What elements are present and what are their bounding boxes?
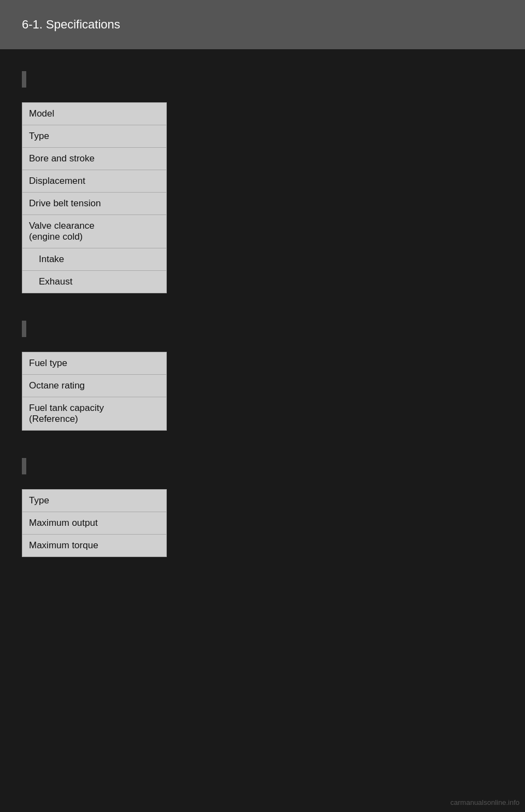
table-row: Maximum output	[22, 512, 167, 535]
engine-table: ModelTypeBore and strokeDisplacementDriv…	[22, 102, 167, 293]
table-row: Fuel tank capacity (Reference)	[22, 397, 167, 431]
main-content: ModelTypeBore and strokeDisplacementDriv…	[0, 49, 525, 606]
watermark: carmanualsonline.info	[451, 798, 520, 807]
table-row: Bore and stroke	[22, 148, 167, 170]
section-motor: TypeMaximum outputMaximum torque	[22, 458, 503, 557]
table-row: Drive belt tension	[22, 193, 167, 215]
section-indicator-1	[22, 71, 26, 88]
table-row: Intake	[22, 248, 167, 271]
table-row: Type	[22, 490, 167, 512]
section-engine: ModelTypeBore and strokeDisplacementDriv…	[22, 71, 503, 293]
table-row: Valve clearance (engine cold)	[22, 215, 167, 248]
table-row: Exhaust	[22, 271, 167, 293]
table-row: Fuel type	[22, 352, 167, 375]
table-row: Type	[22, 125, 167, 148]
fuel-table: Fuel typeOctane ratingFuel tank capacity…	[22, 352, 167, 431]
page-title: 6-1. Specifications	[22, 18, 120, 32]
header-bar: 6-1. Specifications	[0, 0, 525, 49]
table-row: Displacement	[22, 170, 167, 193]
table-row: Model	[22, 103, 167, 125]
table-row: Maximum torque	[22, 535, 167, 557]
motor-table: TypeMaximum outputMaximum torque	[22, 489, 167, 557]
section-indicator-2	[22, 321, 26, 337]
section-indicator-3	[22, 458, 26, 474]
section-fuel: Fuel typeOctane ratingFuel tank capacity…	[22, 321, 503, 431]
table-row: Octane rating	[22, 375, 167, 397]
